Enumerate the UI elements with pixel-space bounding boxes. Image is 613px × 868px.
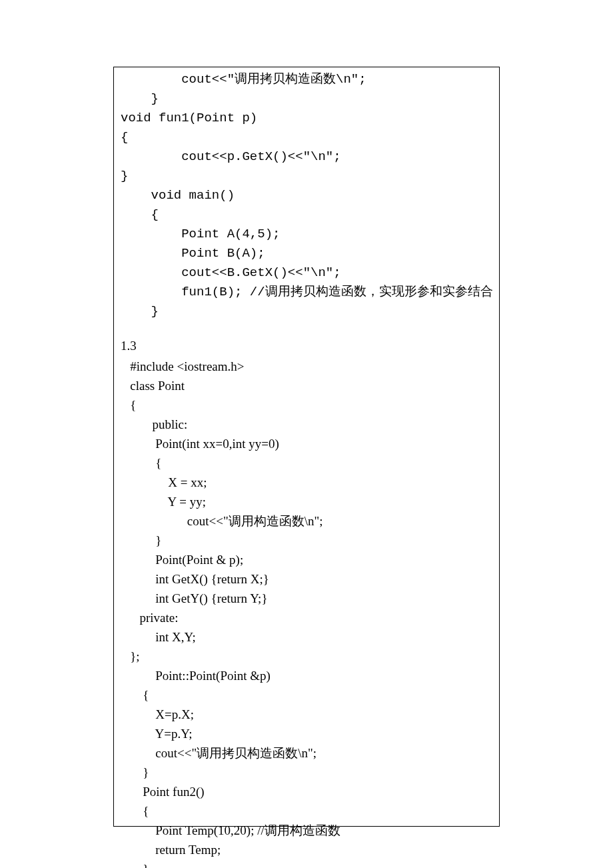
code-line: Y = yy; <box>121 492 492 511</box>
code-line: Point A(4,5); <box>121 225 492 244</box>
code-line: cout<<"调用拷贝构造函数\n"; <box>121 70 492 89</box>
code-line: public: <box>121 415 492 434</box>
code-line: { <box>121 205 492 225</box>
code-container: cout<<"调用拷贝构造函数\n"; }void fun1(Point p){… <box>113 67 500 827</box>
code-line: }; <box>121 647 492 666</box>
document-page: cout<<"调用拷贝构造函数\n"; }void fun1(Point p){… <box>0 0 613 868</box>
code-block-1: cout<<"调用拷贝构造函数\n"; }void fun1(Point p){… <box>121 70 492 321</box>
code-line: class Point <box>121 376 492 395</box>
code-line: X=p.X; <box>121 705 492 724</box>
code-line: cout<<p.GetX()<<"\n"; <box>121 147 492 167</box>
code-line: cout<<"调用构造函数\n"; <box>121 511 492 531</box>
code-block-2: #include <iostream.h> class Point { publ… <box>121 357 492 868</box>
code-line: int X,Y; <box>121 627 492 647</box>
code-line: { <box>121 395 492 415</box>
code-line: int GetX() {return X;} <box>121 569 492 589</box>
code-line: Point(Point & p); <box>121 550 492 569</box>
code-line: Point fun2() <box>121 782 492 801</box>
code-line: { <box>121 685 492 705</box>
code-line: } <box>121 89 492 109</box>
code-line: Point(int xx=0,int yy=0) <box>121 434 492 453</box>
code-line: } <box>121 302 492 321</box>
code-line: Point::Point(Point &p) <box>121 666 492 685</box>
code-line: } <box>121 763 492 782</box>
code-line: { <box>121 801 492 821</box>
code-line: } <box>121 859 492 868</box>
code-line: Point Temp(10,20); //调用构造函数 <box>121 821 492 840</box>
code-line: int GetY() {return Y;} <box>121 589 492 608</box>
code-line: return Temp; <box>121 840 492 859</box>
code-line: cout<<"调用拷贝构造函数\n"; <box>121 743 492 763</box>
code-line: cout<<B.GetX()<<"\n"; <box>121 263 492 283</box>
code-line: fun1(B); //调用拷贝构造函数，实现形参和实参结合 <box>121 283 492 302</box>
section-label: 1.3 <box>121 336 492 355</box>
code-line: { <box>121 128 492 147</box>
code-line: Point B(A); <box>121 244 492 263</box>
code-line: void main() <box>121 186 492 205</box>
code-line: #include <iostream.h> <box>121 357 492 376</box>
code-line: } <box>121 531 492 550</box>
code-line: { <box>121 453 492 473</box>
code-line: X = xx; <box>121 473 492 492</box>
code-line: Y=p.Y; <box>121 724 492 743</box>
code-line: private: <box>121 608 492 627</box>
code-line: void fun1(Point p) <box>121 109 492 128</box>
code-line: } <box>121 167 492 186</box>
